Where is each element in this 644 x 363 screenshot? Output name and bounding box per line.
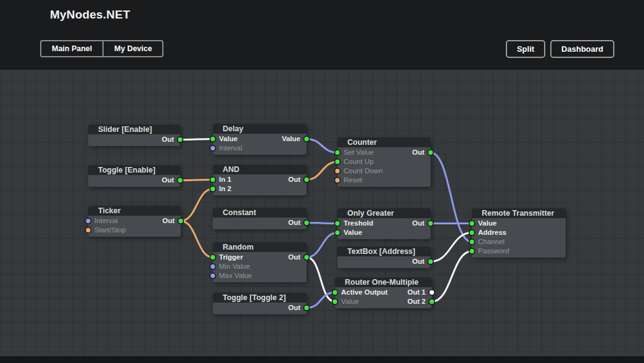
port-only-greater-in-1[interactable] — [335, 230, 341, 235]
port-ticker-in-0[interactable] — [86, 218, 91, 224]
link-delay-to-counter[interactable] — [307, 139, 337, 153]
node-title: Slider [Enable] — [88, 124, 180, 134]
port-remote-transmitter-in-2[interactable] — [469, 239, 475, 245]
node-title: Only Greater — [337, 208, 431, 218]
port-row: Out — [213, 303, 307, 312]
link-random-to-only-greater[interactable] — [307, 233, 337, 258]
port-toggle-2-out-0[interactable] — [304, 305, 310, 311]
port-remote-transmitter-in-3[interactable] — [469, 248, 475, 254]
dashboard-button[interactable]: Dashboard — [550, 40, 614, 58]
link-counter-to-remote-transmitter[interactable] — [431, 153, 472, 242]
port-counter-out-0[interactable] — [428, 150, 434, 155]
port-label-reset: Reset — [337, 176, 362, 185]
node-delay[interactable]: DelayValueValueInterval — [213, 124, 307, 155]
node-toggle-enable[interactable]: Toggle [Enable]Out — [88, 165, 180, 187]
node-only-greater[interactable]: Only GreaterTresholdOutValue — [337, 208, 431, 239]
link-constant-to-only-greater[interactable] — [307, 223, 337, 224]
node-ticker[interactable]: TickerIntervalOutStart/Stop — [88, 206, 181, 237]
port-delay-in-0[interactable] — [210, 136, 216, 142]
port-row: In 2 — [213, 184, 307, 194]
port-router-in-0[interactable] — [332, 290, 338, 295]
port-delay-in-1[interactable] — [210, 145, 216, 151]
tab-my-device[interactable]: My Device — [102, 41, 162, 56]
port-row: Value — [337, 228, 431, 237]
graph-canvas[interactable]: Slider [Enable]OutToggle [Enable]OutTick… — [0, 70, 644, 363]
node-random[interactable]: RandomTriggerOutMin ValueMax Value — [213, 242, 307, 282]
node-counter[interactable]: CounterSet ValueOutCount UpCount DownRes… — [337, 137, 431, 187]
port-router-out-0[interactable] — [429, 290, 435, 295]
tab-group: Main Panel My Device — [40, 40, 163, 57]
link-router-to-remote-transmitter[interactable] — [432, 251, 472, 302]
port-row: Set ValueOut — [337, 148, 431, 157]
port-row: Password — [472, 247, 566, 256]
link-random-to-router[interactable] — [307, 258, 335, 302]
port-row: TriggerOut — [213, 253, 307, 262]
port-random-in-2[interactable] — [210, 273, 216, 279]
port-only-greater-in-0[interactable] — [335, 221, 341, 226]
port-row: Out — [213, 218, 307, 227]
port-remote-transmitter-in-1[interactable] — [469, 230, 475, 235]
port-only-greater-out-0[interactable] — [428, 221, 434, 226]
link-and-to-counter[interactable] — [307, 162, 337, 180]
port-label-treshold: Treshold — [337, 219, 373, 228]
node-toggle-2[interactable]: Toggle [Toggle 2]Out — [213, 293, 307, 314]
port-label-interval: Interval — [88, 216, 118, 226]
port-label-out-2: Out 2 — [408, 297, 432, 306]
link-slider-enable-to-delay[interactable] — [180, 139, 213, 140]
port-random-in-1[interactable] — [210, 264, 216, 269]
link-ticker-to-random[interactable] — [181, 221, 213, 258]
port-ticker-in-1[interactable] — [86, 227, 91, 233]
port-toggle-enable-out-0[interactable] — [178, 177, 183, 183]
port-delay-out-0[interactable] — [304, 136, 310, 142]
port-and-out-0[interactable] — [304, 177, 310, 182]
node-body: Set ValueOutCount UpCount DownReset — [337, 147, 431, 187]
port-remote-transmitter-in-0[interactable] — [469, 221, 475, 226]
port-router-in-1[interactable] — [332, 299, 338, 304]
node-title: AND — [213, 165, 307, 174]
port-label-trigger: Trigger — [213, 253, 243, 262]
port-and-in-1[interactable] — [210, 186, 216, 192]
node-body: Out — [213, 218, 307, 229]
port-label-value: Value — [337, 228, 362, 237]
port-row: Count Down — [337, 166, 431, 176]
node-constant[interactable]: ConstantOut — [213, 208, 307, 229]
header-actions: Split Dashboard — [506, 40, 614, 58]
link-ticker-to-and[interactable] — [181, 189, 213, 221]
node-body: Out — [88, 175, 180, 187]
port-constant-out-0[interactable] — [304, 220, 310, 226]
port-random-in-0[interactable] — [210, 255, 216, 260]
node-body: In 1OutIn 2 — [213, 174, 307, 195]
link-toggle-enable-to-and[interactable] — [180, 180, 213, 181]
port-label-count-down: Count Down — [337, 166, 382, 176]
port-slider-enable-out-0[interactable] — [178, 137, 183, 142]
node-title: Toggle [Enable] — [88, 165, 180, 175]
node-title: Constant — [213, 208, 307, 218]
port-row: ValueValue — [213, 134, 307, 144]
port-random-out-0[interactable] — [304, 255, 310, 260]
node-and[interactable]: ANDIn 1OutIn 2 — [213, 165, 307, 195]
port-counter-in-0[interactable] — [335, 150, 341, 155]
port-and-in-0[interactable] — [210, 177, 216, 182]
node-body: Out — [337, 256, 431, 268]
port-row: Out — [337, 257, 431, 266]
port-row: TresholdOut — [337, 219, 431, 228]
port-counter-in-1[interactable] — [335, 159, 341, 165]
node-slider-enable[interactable]: Slider [Enable]Out — [88, 124, 180, 146]
node-router[interactable]: Router One-MultipleActive OutputOut 1Val… — [335, 277, 432, 308]
port-textbox-address-out-0[interactable] — [428, 259, 434, 264]
split-button[interactable]: Split — [506, 40, 545, 58]
port-counter-in-2[interactable] — [335, 168, 341, 174]
port-label-address: Address — [472, 228, 506, 237]
node-remote-transmitter[interactable]: Remote TransmitterValueAddressChannelPas… — [472, 208, 566, 258]
tab-main-panel[interactable]: Main Panel — [41, 41, 102, 56]
link-textbox-address-to-remote-transmitter[interactable] — [431, 233, 472, 262]
port-counter-in-3[interactable] — [335, 177, 341, 183]
header: MyNodes.NET Main Panel My Device Split D… — [0, 0, 644, 70]
port-row: Count Up — [337, 157, 431, 166]
port-row: Max Value — [213, 271, 307, 280]
port-router-out-1[interactable] — [429, 299, 435, 304]
port-row: Min Value — [213, 262, 307, 271]
node-title: Ticker — [88, 206, 181, 216]
node-textbox-address[interactable]: TextBox [Address]Out — [337, 247, 431, 268]
port-ticker-out-0[interactable] — [178, 218, 184, 224]
